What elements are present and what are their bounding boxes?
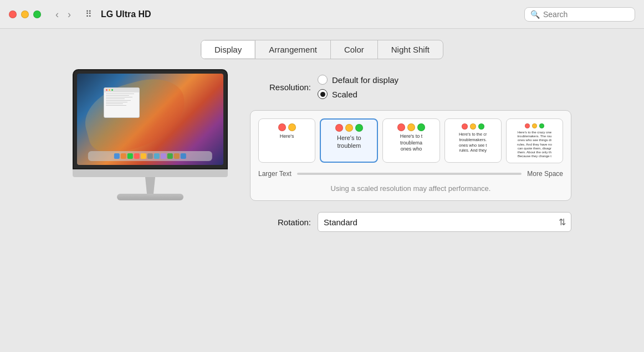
rotation-label: Rotation: — [250, 218, 311, 227]
window-controls — [9, 11, 41, 18]
dot-yellow — [288, 123, 296, 131]
scale-card-3[interactable]: Here's to ttroublemaones who — [382, 118, 439, 163]
resolution-scaled-label: Scaled — [332, 90, 357, 99]
scale-dots-4 — [462, 123, 484, 130]
monitor-base — [117, 194, 183, 200]
tab-arrangement[interactable]: Arrangement — [255, 40, 331, 59]
monitor-bezel — [73, 69, 228, 169]
dock-item — [114, 153, 120, 159]
dot-green — [478, 123, 484, 130]
resolution-scaled-row: Scaled — [318, 89, 398, 99]
main-layout: Resolution: Default for display Scaled — [73, 75, 571, 232]
main-content: Display Arrangement Color Night Shift — [0, 29, 644, 352]
dock-item — [181, 153, 186, 159]
window-title: LG Ultra HD — [101, 9, 518, 19]
scale-text-2: Here's totroublem — [337, 134, 361, 150]
maximize-button[interactable] — [33, 11, 41, 18]
scale-card-2[interactable]: Here's totroublem — [320, 118, 378, 163]
larger-text-label: Larger Text — [258, 170, 292, 178]
tab-display[interactable]: Display — [201, 40, 255, 59]
dot-red — [278, 123, 286, 131]
dock-item — [167, 153, 173, 159]
scale-text-5: Here's to the crazy onetroublemakers. Th… — [517, 131, 552, 158]
scale-dots-2 — [335, 124, 363, 132]
settings-panel: Resolution: Default for display Scaled — [250, 75, 571, 232]
resolution-default-label: Default for display — [332, 75, 398, 85]
scale-text-1: Here's — [280, 133, 294, 140]
dot-red — [397, 123, 405, 131]
scale-labels: Larger Text More Space — [258, 170, 563, 178]
dot-green — [417, 123, 425, 131]
dock-item — [141, 153, 146, 159]
resolution-default-radio[interactable] — [318, 75, 328, 85]
dock-item — [121, 153, 126, 159]
dock-item — [161, 153, 166, 159]
search-input[interactable] — [543, 10, 629, 19]
tab-bar: Display Arrangement Color Night Shift — [201, 40, 443, 59]
resolution-radio-group: Default for display Scaled — [318, 75, 398, 99]
grid-icon[interactable]: ⠿ — [85, 9, 92, 19]
wallpaper — [77, 74, 223, 165]
resolution-label: Resolution: — [250, 82, 311, 92]
dot-green — [355, 124, 363, 132]
mini-window-titlebar — [104, 88, 139, 92]
scale-card-1[interactable]: Here's — [258, 118, 315, 163]
scale-card-4[interactable]: Here's to the crtroublemakers.ones who s… — [444, 118, 502, 163]
scale-text-3: Here's to ttroublemaones who — [400, 133, 423, 153]
scale-text-4: Here's to the crtroublemakers.ones who s… — [459, 132, 487, 153]
dot-red — [462, 123, 468, 130]
dot-red — [335, 124, 343, 132]
forward-button[interactable]: › — [64, 8, 74, 20]
dot-yellow — [345, 124, 353, 132]
monitor-chin — [73, 169, 228, 177]
dock-item — [174, 153, 180, 159]
close-button[interactable] — [9, 11, 17, 18]
rotation-section: Rotation: Standard 90° 180° 270° ⇅ — [250, 212, 571, 232]
scale-slider[interactable] — [297, 173, 522, 175]
resolution-row: Resolution: Default for display Scaled — [250, 75, 571, 99]
back-button[interactable]: ‹ — [52, 8, 62, 20]
mini-content — [104, 92, 139, 108]
nav-buttons: ‹ › — [52, 8, 74, 20]
dot-red — [525, 123, 530, 128]
scale-dots-5 — [525, 123, 544, 128]
dock-item — [147, 153, 153, 159]
mini-window — [104, 87, 140, 118]
dot-yellow — [470, 123, 476, 130]
dot-yellow — [407, 123, 415, 131]
minimize-button[interactable] — [21, 11, 29, 18]
rotation-select[interactable]: Standard 90° 180° 270° — [318, 212, 571, 232]
dot-green — [539, 123, 544, 128]
scale-cards: Here's Here's totroublem — [258, 118, 563, 163]
mini-minimize — [109, 89, 110, 91]
tab-color[interactable]: Color — [331, 40, 378, 59]
dock-item — [154, 153, 160, 159]
mini-close — [106, 89, 108, 91]
dot-yellow — [532, 123, 537, 128]
search-box: 🔍 — [524, 7, 635, 22]
scale-card-5[interactable]: Here's to the crazy onetroublemakers. Th… — [506, 118, 563, 163]
monitor-screen — [77, 74, 223, 165]
more-space-label: More Space — [527, 170, 563, 178]
tab-night-shift[interactable]: Night Shift — [378, 40, 443, 59]
resolution-scaled-radio[interactable] — [318, 89, 328, 99]
scale-dots-1 — [278, 123, 296, 131]
dock-item — [127, 153, 133, 159]
resolution-default-row: Default for display — [318, 75, 398, 85]
monitor — [73, 69, 228, 200]
scale-options: Here's Here's totroublem — [250, 110, 571, 201]
search-icon: 🔍 — [530, 10, 540, 19]
resolution-section: Resolution: Default for display Scaled — [250, 75, 571, 99]
rotation-select-wrapper: Standard 90° 180° 270° ⇅ — [318, 212, 571, 232]
performance-note: Using a scaled resolution may affect per… — [258, 184, 563, 193]
monitor-stand-neck — [142, 177, 159, 194]
monitor-illustration — [73, 69, 228, 232]
mini-maximize — [111, 89, 113, 91]
scale-dots-3 — [397, 123, 425, 131]
titlebar: ‹ › ⠿ LG Ultra HD 🔍 — [0, 0, 644, 29]
dock-item — [134, 153, 140, 159]
dock — [88, 151, 212, 161]
